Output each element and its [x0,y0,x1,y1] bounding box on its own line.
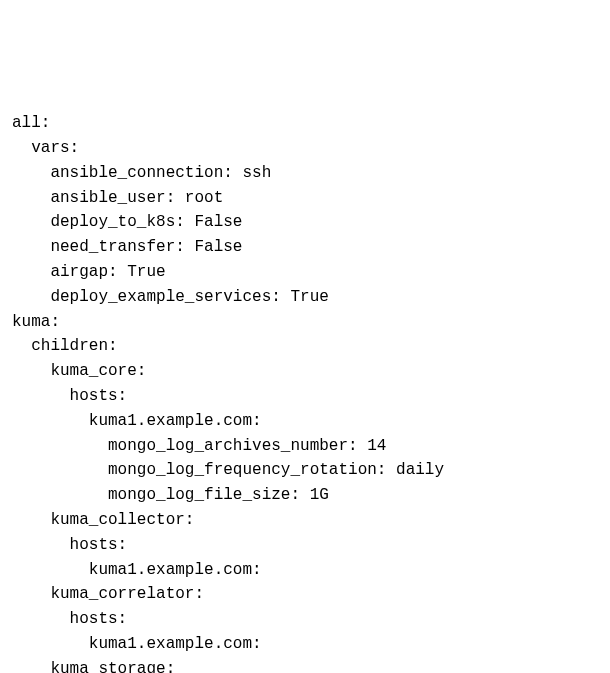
yaml-config: all: vars: ansible_connection: ssh ansib… [12,111,598,673]
